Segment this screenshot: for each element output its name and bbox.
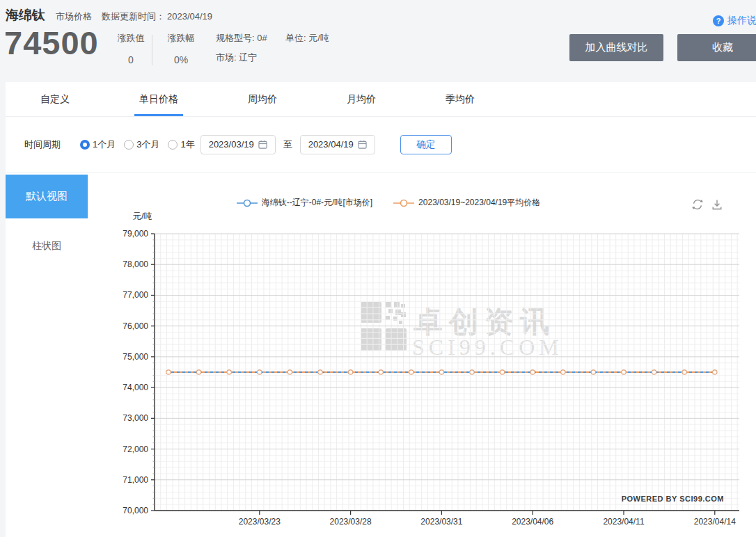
data-point-marker <box>713 370 717 374</box>
price-type-label: 市场价格 <box>56 10 92 23</box>
question-circle-icon: ? <box>713 15 724 26</box>
data-point-marker <box>409 370 414 374</box>
page-title: 海绵钛 <box>6 6 45 24</box>
x-tick-label: 2023/04/06 <box>512 517 553 527</box>
tab-1[interactable]: 单日价格 <box>139 82 178 116</box>
help-link[interactable]: ? 操作说明 <box>713 15 756 27</box>
data-point-marker <box>288 370 292 374</box>
data-point-marker <box>500 370 504 374</box>
data-point-marker <box>227 370 231 374</box>
tab-3[interactable]: 月均价 <box>347 82 376 116</box>
legend-item-1[interactable]: 2023/03/19~2023/04/19平均价格 <box>393 197 540 209</box>
data-point-marker <box>561 370 565 374</box>
y-tick-label: 79,000 <box>123 229 148 239</box>
chart-legend: 海绵钛--辽宁-0#-元/吨[市场价]2023/03/19~2023/04/19… <box>166 197 611 209</box>
y-tick-label: 76,000 <box>123 321 148 331</box>
period-radio-1[interactable]: 3个月 <box>124 138 159 151</box>
radio-unselected-icon[interactable] <box>168 140 178 150</box>
change-value-label: 涨跌值 <box>110 32 152 45</box>
change-value-block: 涨跌值 0 <box>110 32 152 65</box>
data-point-marker <box>379 370 383 374</box>
tab-bar: 自定义单日价格周均价月均价季均价 <box>6 82 756 117</box>
date-to-input[interactable]: 2023/04/19 <box>300 135 375 154</box>
change-pct-block: 涨跌幅 0% <box>160 32 202 65</box>
help-label: 操作说明 <box>727 15 756 27</box>
data-point-marker <box>591 370 595 374</box>
y-tick-label: 73,000 <box>123 413 148 423</box>
data-point-marker <box>258 370 262 374</box>
tab-0[interactable]: 自定义 <box>40 82 70 116</box>
data-point-marker <box>196 370 200 374</box>
date-to-value: 2023/04/19 <box>308 139 354 150</box>
spec-model: 规格型号: 0# <box>216 32 267 45</box>
chart-area: 默认视图 柱状图 海绵钛--辽宁-0#-元/吨[市场价]2023/03/19~2… <box>6 173 756 537</box>
y-tick-label: 78,000 <box>123 259 148 269</box>
legend-marker-icon <box>237 199 258 207</box>
time-period-label: 时间周期 <box>24 138 61 151</box>
data-point-marker <box>348 370 352 374</box>
update-time-value: 2023/04/19 <box>167 11 212 22</box>
powered-by-label: POWERED BY SCI99.COM <box>622 495 724 503</box>
period-radio-label: 1年 <box>180 138 194 151</box>
period-radio-label: 1个月 <box>93 138 116 151</box>
calendar-icon <box>358 140 367 149</box>
confirm-button[interactable]: 确定 <box>400 135 452 154</box>
data-point-marker <box>622 370 626 374</box>
data-point-marker <box>470 370 474 374</box>
legend-label: 2023/03/19~2023/04/19平均价格 <box>418 197 540 209</box>
y-axis-unit-label: 元/吨 <box>133 211 152 221</box>
period-radio-group: 1个月3个月1年 <box>80 138 195 151</box>
x-tick-label: 2023/04/14 <box>694 517 736 527</box>
period-radio-2[interactable]: 1年 <box>168 138 194 151</box>
radio-selected-icon[interactable] <box>80 140 90 150</box>
price-unit: 单位: 元/吨 <box>285 32 329 45</box>
calendar-icon <box>258 140 267 149</box>
change-pct: 0% <box>160 54 202 65</box>
y-tick-label: 71,000 <box>123 475 148 485</box>
tab-2[interactable]: 周均价 <box>248 82 277 116</box>
legend-marker-icon <box>393 199 414 207</box>
header: 海绵钛 市场价格 数据更新时间：2023/04/19 74500 涨跌值 0 涨… <box>0 0 756 82</box>
x-tick-label: 2023/03/28 <box>330 517 372 527</box>
change-value: 0 <box>110 54 152 65</box>
divider <box>152 35 152 65</box>
data-point-marker <box>166 370 171 374</box>
x-tick-label: 2023/04/11 <box>603 517 644 527</box>
data-point-marker <box>530 370 535 374</box>
update-time: 数据更新时间：2023/04/19 <box>102 10 214 23</box>
y-tick-label: 72,000 <box>123 444 148 454</box>
favorite-button[interactable]: 收藏 <box>677 34 756 61</box>
y-tick-label: 74,000 <box>123 383 148 392</box>
current-price: 74500 <box>4 25 99 61</box>
market-name: 市场: 辽宁 <box>216 51 257 64</box>
date-from-input[interactable]: 2023/03/19 <box>200 135 276 154</box>
view-default-button[interactable]: 默认视图 <box>6 175 88 218</box>
period-radio-0[interactable]: 1个月 <box>80 138 116 151</box>
x-tick-label: 2023/03/31 <box>420 517 462 527</box>
watermark-cn: 卓创资讯 <box>413 305 556 338</box>
content-card: 自定义单日价格周均价月均价季均价 时间周期 1个月3个月1年 2023/03/1… <box>6 82 756 537</box>
price-line-chart: 卓创资讯SCI99.COM70,00071,00072,00073,00074,… <box>90 209 756 537</box>
x-tick-label: 2023/03/23 <box>239 517 281 527</box>
radio-unselected-icon[interactable] <box>124 140 134 150</box>
data-point-marker <box>652 370 656 374</box>
data-point-marker <box>318 370 322 374</box>
update-time-label: 数据更新时间： <box>102 11 165 22</box>
view-bar-chart-button[interactable]: 柱状图 <box>6 240 88 253</box>
data-point-marker <box>682 370 686 374</box>
period-radio-label: 3个月 <box>136 138 159 151</box>
date-from-value: 2023/03/19 <box>209 139 254 150</box>
add-curve-compare-button[interactable]: 加入曲线对比 <box>569 34 663 61</box>
legend-label: 海绵钛--辽宁-0#-元/吨[市场价] <box>262 197 372 209</box>
y-tick-label: 70,000 <box>123 506 148 515</box>
y-tick-label: 77,000 <box>123 290 148 300</box>
change-pct-label: 涨跌幅 <box>160 32 202 45</box>
tab-4[interactable]: 季均价 <box>446 82 475 116</box>
legend-item-0[interactable]: 海绵钛--辽宁-0#-元/吨[市场价] <box>237 197 372 209</box>
to-label: 至 <box>283 138 292 151</box>
data-point-marker <box>439 370 443 374</box>
filter-row: 时间周期 1个月3个月1年 2023/03/19 至 2023/04/19 确定 <box>6 117 756 173</box>
y-tick-label: 75,000 <box>123 352 148 362</box>
